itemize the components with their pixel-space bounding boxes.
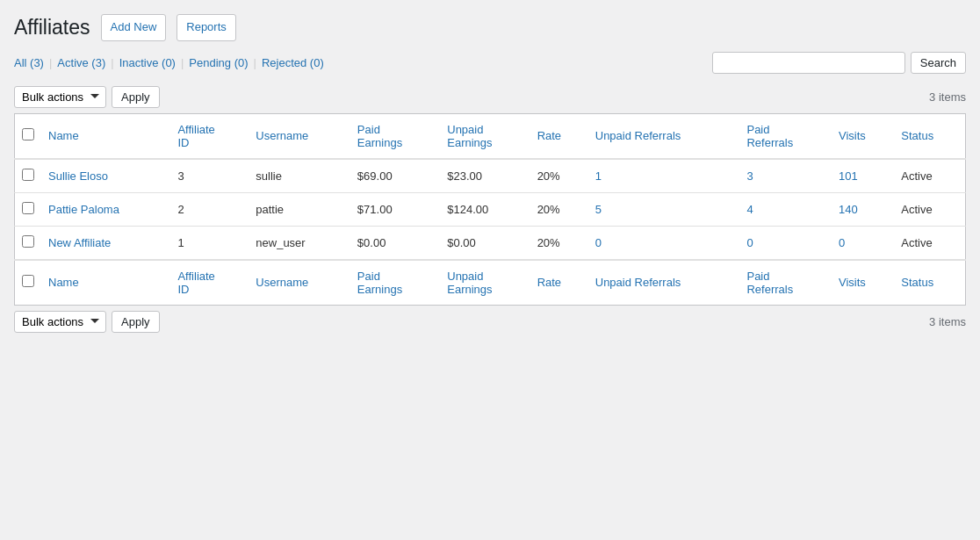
row-1-unpaid-referrals-link[interactable]: 1 xyxy=(595,169,602,183)
table-body: Sullie Eloso 3 sullie $69.00 $23.00 20% … xyxy=(15,159,966,260)
filter-all[interactable]: All (3) xyxy=(14,56,44,69)
bulk-actions-select-bottom[interactable]: Bulk actions xyxy=(14,311,106,333)
row-3-visits-link[interactable]: 0 xyxy=(839,236,845,249)
table-row: Sullie Eloso 3 sullie $69.00 $23.00 20% … xyxy=(15,159,966,193)
col-unpaid-earnings-label: UnpaidEarnings xyxy=(447,123,492,149)
footer-col-paid-earnings[interactable]: PaidEarnings xyxy=(350,260,440,306)
footer-col-paid-earnings-label: PaidEarnings xyxy=(357,270,402,296)
table-header-row: Name AffiliateID Username PaidEarnings U… xyxy=(15,113,966,159)
select-all-checkbox[interactable] xyxy=(22,128,34,140)
col-affiliate-id[interactable]: AffiliateID xyxy=(170,113,249,159)
row-1-paid-referrals-link[interactable]: 3 xyxy=(746,169,753,183)
footer-col-visits-label: Visits xyxy=(839,276,866,289)
bottom-toolbar: Bulk actions Apply 3 items xyxy=(14,306,966,338)
apply-button-top[interactable]: Apply xyxy=(112,86,160,108)
row-1-checkbox[interactable] xyxy=(22,169,34,181)
affiliates-table: Name AffiliateID Username PaidEarnings U… xyxy=(14,113,966,306)
row-3-paid-referrals-link[interactable]: 0 xyxy=(746,236,753,249)
footer-col-visits[interactable]: Visits xyxy=(832,260,894,306)
filter-pending[interactable]: Pending (0) xyxy=(189,56,248,69)
row-3-unpaid-referrals-link[interactable]: 0 xyxy=(595,236,602,249)
apply-button-bottom[interactable]: Apply xyxy=(112,311,160,333)
separator-4: | xyxy=(254,56,256,69)
row-2-unpaid-referrals-link[interactable]: 5 xyxy=(595,203,602,216)
col-name-label: Name xyxy=(48,129,79,142)
col-visits[interactable]: Visits xyxy=(832,113,894,159)
search-box: Search xyxy=(712,52,966,74)
footer-col-rate[interactable]: Rate xyxy=(530,260,588,306)
footer-col-unpaid-referrals-label: Unpaid Referrals xyxy=(595,276,681,289)
row-2-name[interactable]: Pattie Paloma xyxy=(41,192,170,226)
row-1-affiliate-id: 3 xyxy=(170,159,249,193)
separator-2: | xyxy=(111,56,113,69)
row-1-unpaid-referrals[interactable]: 1 xyxy=(588,159,740,193)
col-paid-referrals[interactable]: PaidReferrals xyxy=(739,113,832,159)
footer-col-username[interactable]: Username xyxy=(249,260,350,306)
row-1-name[interactable]: Sullie Eloso xyxy=(41,159,170,193)
row-3-name[interactable]: New Affiliate xyxy=(41,226,170,260)
row-3-name-link[interactable]: New Affiliate xyxy=(48,236,111,249)
footer-col-unpaid-earnings[interactable]: UnpaidEarnings xyxy=(440,260,530,306)
row-1-paid-earnings: $69.00 xyxy=(350,159,440,193)
table-footer-row: Name AffiliateID Username PaidEarnings U… xyxy=(15,260,966,306)
footer-col-affiliate-id[interactable]: AffiliateID xyxy=(170,260,249,306)
col-paid-earnings[interactable]: PaidEarnings xyxy=(350,113,440,159)
top-toolbar: Bulk actions Apply 3 items xyxy=(14,81,966,113)
row-3-paid-referrals[interactable]: 0 xyxy=(739,226,832,260)
row-1-paid-referrals[interactable]: 3 xyxy=(739,159,832,193)
row-2-visits[interactable]: 140 xyxy=(832,192,894,226)
col-unpaid-referrals-label: Unpaid Referrals xyxy=(595,129,681,142)
row-2-affiliate-id: 2 xyxy=(170,192,249,226)
row-2-unpaid-referrals[interactable]: 5 xyxy=(588,192,740,226)
footer-col-status: Status xyxy=(894,260,965,306)
row-1-rate: 20% xyxy=(530,159,588,193)
row-3-unpaid-referrals[interactable]: 0 xyxy=(588,226,740,260)
col-name[interactable]: Name xyxy=(41,113,170,159)
row-2-visits-link[interactable]: 140 xyxy=(839,203,858,216)
row-2-rate: 20% xyxy=(530,192,588,226)
row-1-visits[interactable]: 101 xyxy=(832,159,894,193)
row-3-username: new_user xyxy=(249,226,350,260)
row-3-checkbox[interactable] xyxy=(22,235,34,248)
row-1-name-link[interactable]: Sullie Eloso xyxy=(48,169,108,183)
col-affiliate-id-label: AffiliateID xyxy=(177,123,214,149)
table-footer: Name AffiliateID Username PaidEarnings U… xyxy=(15,260,966,306)
row-3-check xyxy=(15,226,42,260)
table-row: Pattie Paloma 2 pattie $71.00 $124.00 20… xyxy=(15,192,966,226)
row-3-visits[interactable]: 0 xyxy=(832,226,894,260)
top-items-count: 3 items xyxy=(929,90,966,104)
footer-col-name[interactable]: Name xyxy=(41,260,170,306)
row-2-paid-earnings: $71.00 xyxy=(350,192,440,226)
filter-inactive[interactable]: Inactive (0) xyxy=(119,56,176,69)
footer-col-paid-referrals-label: PaidReferrals xyxy=(746,270,793,296)
row-3-unpaid-earnings: $0.00 xyxy=(440,226,530,260)
row-2-check xyxy=(15,192,42,226)
row-2-status: Active xyxy=(894,192,965,226)
table-row: New Affiliate 1 new_user $0.00 $0.00 20%… xyxy=(15,226,966,260)
col-username[interactable]: Username xyxy=(249,113,350,159)
separator-3: | xyxy=(181,56,184,69)
footer-col-paid-referrals[interactable]: PaidReferrals xyxy=(739,260,832,306)
footer-col-username-label: Username xyxy=(256,276,308,289)
filter-rejected[interactable]: Rejected (0) xyxy=(262,56,324,69)
footer-col-unpaid-referrals[interactable]: Unpaid Referrals xyxy=(588,260,740,306)
row-2-unpaid-earnings: $124.00 xyxy=(440,192,530,226)
table-header: Name AffiliateID Username PaidEarnings U… xyxy=(15,113,966,159)
col-unpaid-referrals[interactable]: Unpaid Referrals xyxy=(588,113,740,159)
row-1-visits-link[interactable]: 101 xyxy=(839,169,858,183)
search-button[interactable]: Search xyxy=(911,52,966,74)
row-2-paid-referrals[interactable]: 4 xyxy=(739,192,832,226)
col-rate[interactable]: Rate xyxy=(530,113,588,159)
row-2-checkbox[interactable] xyxy=(22,202,34,214)
row-3-rate: 20% xyxy=(530,226,588,260)
add-new-button[interactable]: Add New xyxy=(101,14,167,41)
footer-select-all-checkbox[interactable] xyxy=(22,275,34,287)
search-input[interactable] xyxy=(712,52,905,74)
filter-active[interactable]: Active (3) xyxy=(57,56,105,69)
row-2-paid-referrals-link[interactable]: 4 xyxy=(746,203,753,216)
bulk-actions-select-top[interactable]: Bulk actions xyxy=(14,86,106,108)
reports-button[interactable]: Reports xyxy=(177,14,236,41)
row-2-name-link[interactable]: Pattie Paloma xyxy=(48,203,119,216)
footer-col-name-label: Name xyxy=(48,276,79,289)
col-unpaid-earnings[interactable]: UnpaidEarnings xyxy=(440,113,530,159)
